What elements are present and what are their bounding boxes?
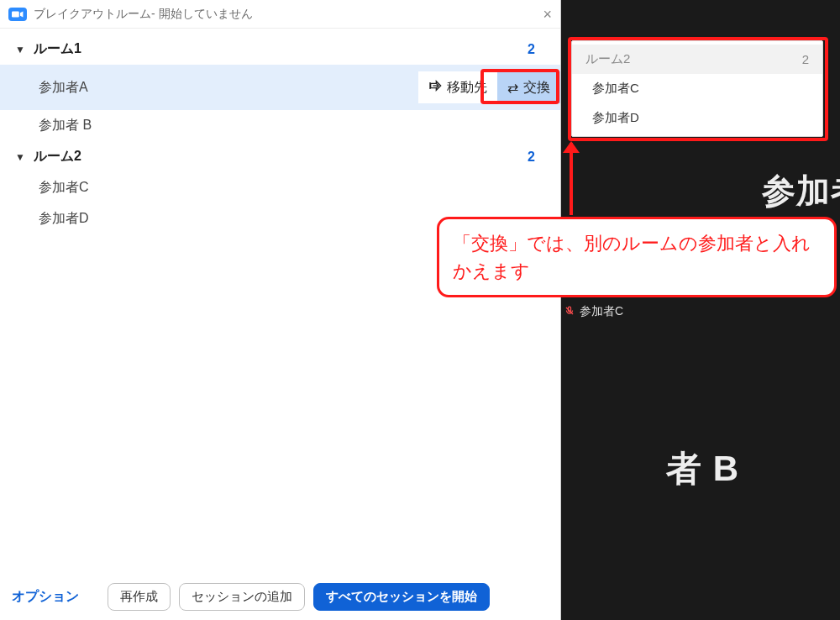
- participant-name: 参加者A: [39, 79, 88, 97]
- room-name: ルーム2: [34, 148, 81, 166]
- svg-rect-1: [12, 11, 19, 17]
- chevron-down-icon: ▼: [15, 151, 25, 163]
- add-session-button[interactable]: セッションの追加: [179, 583, 305, 611]
- exchange-target-item[interactable]: 参加者C: [572, 74, 822, 103]
- participant-row[interactable]: 参加者 B: [0, 110, 560, 141]
- participant-name: 参加者D: [39, 210, 89, 228]
- participant-label-muted: 参加者C: [564, 304, 623, 319]
- room-header[interactable]: ▼ ルーム1 2: [0, 34, 560, 65]
- options-link[interactable]: オプション: [12, 588, 79, 606]
- room-name: ルーム1: [34, 40, 81, 58]
- titlebar: ブレイクアウトルーム- 開始していません ×: [0, 0, 560, 29]
- participant-name: 参加者C: [39, 179, 89, 197]
- swap-icon: ⇄: [507, 80, 518, 96]
- mic-muted-icon: [564, 305, 575, 318]
- move-to-button[interactable]: 移動先: [418, 71, 497, 103]
- move-label: 移動先: [447, 79, 487, 97]
- breakout-rooms-dialog: ブレイクアウトルーム- 開始していません × ▼ ルーム1 2 参加者A 移動先: [0, 0, 561, 620]
- recreate-button[interactable]: 再作成: [108, 583, 171, 611]
- zoom-icon: [8, 8, 27, 21]
- exchange-target-item[interactable]: 参加者D: [572, 103, 822, 133]
- popup-room-name: ルーム2: [585, 51, 630, 67]
- participant-row[interactable]: 参加者C: [0, 172, 560, 203]
- room-count: 2: [528, 42, 550, 57]
- rooms-list: ▼ ルーム1 2 参加者A 移動先 ⇄ 交換: [0, 29, 560, 573]
- exchange-button[interactable]: ⇄ 交換: [497, 71, 560, 103]
- popup-room-count: 2: [802, 52, 809, 66]
- room-count: 2: [528, 150, 550, 165]
- participant-name: 参加者C: [580, 304, 623, 319]
- popup-room-header: ルーム2 2: [572, 45, 822, 74]
- move-icon: [428, 79, 442, 96]
- dialog-footer: オプション 再作成 セッションの追加 すべてのセッションを開始: [0, 573, 560, 620]
- room-header[interactable]: ▼ ルーム2 2: [0, 141, 560, 172]
- window-title: ブレイクアウトルーム- 開始していません: [34, 7, 253, 22]
- video-tile-label: 者 B: [666, 445, 739, 492]
- exchange-label: 交換: [523, 79, 550, 97]
- close-icon[interactable]: ×: [543, 7, 552, 22]
- participant-name: 参加者 B: [39, 117, 92, 134]
- participant-row[interactable]: 参加者A 移動先 ⇄ 交換: [0, 65, 560, 110]
- exchange-target-popup: ルーム2 2 参加者C 参加者D: [571, 40, 823, 137]
- annotation-arrow: [570, 143, 573, 215]
- annotation-callout: 「交換」では、別のルームの参加者と入れかえます: [437, 217, 837, 297]
- start-all-sessions-button[interactable]: すべてのセッションを開始: [313, 583, 490, 611]
- video-tile-label: 参加者: [762, 168, 840, 214]
- chevron-down-icon: ▼: [15, 44, 25, 55]
